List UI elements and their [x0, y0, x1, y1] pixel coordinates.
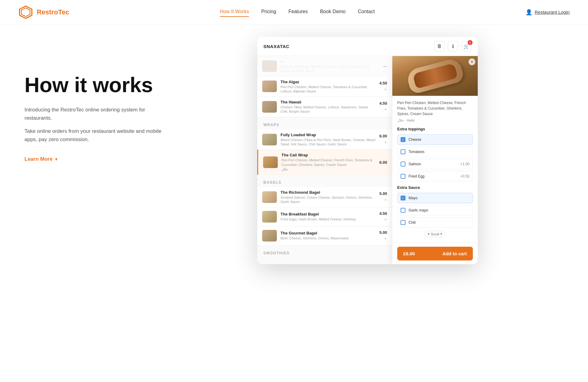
header: RestroTec How It Works Pricing Features …	[0, 0, 588, 24]
bagels-section-label: BAGELS	[257, 175, 392, 187]
restaurant-login-link[interactable]: Restaurant Login	[535, 9, 570, 15]
learn-more-link[interactable]: Learn More ▾	[24, 156, 172, 162]
chevron-down-icon: ▾	[55, 157, 57, 162]
smoothies-section-label: SMOOTHIES	[257, 245, 392, 258]
main-nav: How It Works Pricing Features Book Demo …	[220, 9, 375, 16]
nav-book-demo[interactable]: Book Demo	[320, 9, 346, 16]
menu-item-gourmet[interactable]: The Gourmet Bagel Beef, Cheese, Gherkins…	[257, 227, 392, 245]
panel-content: Peri Peri Chicken, Melted Cheese, French…	[392, 96, 478, 243]
topping-fried-egg[interactable]: Fried Egg +0.50	[397, 171, 473, 182]
mock-window: SNAXATAC 🗑 ℹ 🛒 1	[257, 37, 478, 264]
nav-how-it-works[interactable]: How It Works	[220, 9, 249, 16]
nav-contact[interactable]: Contact	[358, 9, 375, 16]
mock-restaurant-name: SNAXATAC	[263, 44, 289, 49]
chevron-down-small-icon: ▾	[428, 232, 430, 236]
extra-toppings-label: Extra toppings	[397, 127, 473, 131]
menu-item-algaz[interactable]: The Algaz Peri Peri Chicken, Melted Chee…	[257, 77, 392, 97]
topping-salmon[interactable]: Salmon +1.00	[397, 159, 473, 169]
topping-tomatoes[interactable]: Tomatoes	[397, 147, 473, 157]
cart-icon-btn[interactable]: 🛒 1	[461, 41, 472, 51]
mock-ui-container: SNAXATAC 🗑 ℹ 🛒 1	[172, 37, 564, 264]
food-visual	[392, 56, 478, 96]
info-icon-btn[interactable]: ℹ	[448, 41, 458, 51]
logo-icon	[18, 5, 33, 20]
nav-features[interactable]: Features	[288, 9, 308, 16]
hero-section: How it works Introducing the RestroTec o…	[0, 24, 588, 300]
menu-item-richmond[interactable]: The Richmond Bagel Smoked Salmon, Cream …	[257, 187, 392, 208]
info-icon: ℹ	[452, 43, 454, 49]
item-hawaii-name: The Hawaii	[281, 100, 376, 104]
cart-badge: 1	[468, 40, 473, 45]
panel-halal-label: حلال · Halal	[397, 118, 473, 122]
hero-title: How it works	[24, 73, 172, 96]
header-right: 👤 Restaurant Login	[526, 9, 570, 16]
logo-text: RestroTec	[37, 8, 69, 16]
add-to-cart-label: Add to cart	[443, 251, 467, 256]
scroll-hint: ▾ Scroll ▾	[424, 231, 446, 237]
mock-body: — Cheese, Fried Egg, Gherkins, Onions, S…	[257, 56, 478, 264]
chevron-down-small-icon2: ▾	[440, 232, 442, 236]
sauce-mayo-label: Mayo	[409, 196, 469, 200]
hero-subtitle1: Introducing the RestroTec online orderin…	[24, 106, 172, 122]
sauce-mayo-checkbox[interactable]	[401, 196, 405, 200]
nav-pricing[interactable]: Pricing	[261, 9, 276, 16]
panel-close-button[interactable]: ✕	[469, 58, 475, 65]
item-detail-panel: ✕ Peri Peri Chicken, Melted Cheese, Fren…	[392, 56, 478, 264]
menu-item-cali-wrap[interactable]: The Cali Wrap Peri Peri Chicken, Melted …	[257, 150, 392, 175]
sauce-chili-checkbox[interactable]	[401, 220, 405, 225]
item-algaz-name: The Algaz	[281, 80, 376, 84]
item-hawaii-desc: Chicken Tikka, Melted Cheese, Lettuce, S…	[281, 105, 376, 114]
sauce-mayo[interactable]: Mayo	[397, 193, 473, 203]
topping-cheese-label: Cheese	[409, 137, 466, 142]
trash-icon-btn[interactable]: 🗑	[434, 41, 445, 51]
topping-tomatoes-checkbox[interactable]	[401, 149, 405, 154]
sauce-chili[interactable]: Chili	[397, 217, 473, 228]
logo[interactable]: RestroTec	[18, 5, 69, 20]
mock-titlebar-icons: 🗑 ℹ 🛒 1	[434, 41, 472, 51]
extra-sauce-label: Extra Sauce	[397, 185, 473, 190]
learn-more-text: Learn More	[24, 156, 53, 162]
topping-cheese[interactable]: Cheese	[397, 134, 473, 145]
trash-icon: 🗑	[437, 43, 442, 49]
burrito-shape	[405, 57, 465, 95]
item-algaz-desc: Peri Peri Chicken, Melted Cheese, Tomato…	[281, 85, 376, 94]
topping-salmon-checkbox[interactable]	[401, 162, 405, 167]
sauce-chili-label: Chili	[409, 220, 469, 225]
wraps-section-label: WRAPS	[257, 117, 392, 129]
menu-item-hawaii[interactable]: The Hawaii Chicken Tikka, Melted Cheese,…	[257, 97, 392, 117]
hero-subtitle2: Take online orders from your restaurant …	[24, 127, 172, 144]
menu-item-fully-loaded[interactable]: Fully Loaded Wrap Mixed Chicken (Tikka &…	[257, 129, 392, 150]
sauce-garlic-mayo[interactable]: Garlic mayo	[397, 205, 473, 215]
panel-item-desc: Peri Peri Chicken, Melted Cheese, French…	[397, 100, 473, 117]
add-to-cart-button[interactable]: £6.00 Add to cart	[397, 247, 473, 260]
hero-left: How it works Introducing the RestroTec o…	[24, 43, 172, 162]
panel-footer: £6.00 Add to cart	[392, 243, 478, 264]
sauce-garlic-mayo-checkbox[interactable]	[401, 208, 405, 213]
topping-fried-egg-label: Fried Egg	[409, 174, 457, 178]
menu-item-blurred-top: — Cheese, Fried Egg, Gherkins, Onions, S…	[257, 56, 392, 77]
panel-food-image: ✕	[392, 56, 478, 96]
topping-tomatoes-label: Tomatoes	[409, 150, 466, 154]
topping-fried-egg-checkbox[interactable]	[401, 174, 405, 179]
sauce-garlic-mayo-label: Garlic mayo	[409, 208, 469, 212]
menu-list: — Cheese, Fried Egg, Gherkins, Onions, S…	[257, 56, 392, 264]
add-to-cart-price: £6.00	[403, 251, 415, 256]
topping-salmon-label: Salmon	[409, 162, 457, 166]
burrito-inner	[412, 63, 458, 89]
topping-cheese-checkbox[interactable]	[401, 137, 405, 142]
user-icon: 👤	[526, 9, 532, 16]
menu-item-breakfast[interactable]: The Breakfast Bagel Fried Eggs, Hash Bro…	[257, 208, 392, 227]
mock-titlebar: SNAXATAC 🗑 ℹ 🛒 1	[257, 37, 478, 56]
